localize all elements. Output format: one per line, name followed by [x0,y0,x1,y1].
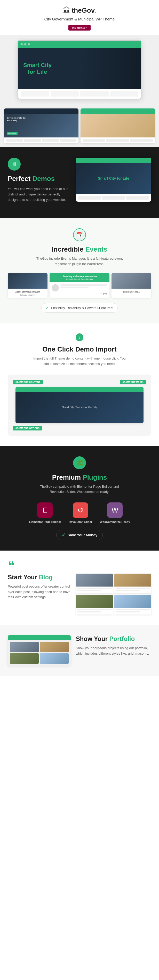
event-info [60,284,107,291]
blog-text-col: Start Your Blog Powerful post options of… [8,574,71,600]
sc-read-more-btn[interactable]: Read More [7,132,17,135]
blog-content-row: Start Your Blog Powerful post options of… [8,574,151,614]
blog-card-4 [114,595,151,614]
events-section: 📅 Incredible Events TheGov include Event… [0,218,159,323]
screenshots-row: Development is Our Basic Step Read More [0,104,159,147]
event-detail-row [52,284,107,291]
elementor-letter: E [43,506,47,514]
portfolio-desc: Show your gorgeous projects using our po… [76,646,151,656]
import-desc: Import the full Theme demo content with … [30,356,129,367]
blog-body-1 [76,587,113,593]
plugin-woocommerce: W WooCommerce Ready [100,503,130,523]
blog-preview-col [76,574,151,614]
import-title: One Click Demo Import [8,345,151,353]
blog-line-4 [116,590,140,591]
screenshot-card-2 [80,108,155,143]
dot2 [24,43,26,45]
event-detail-header: Listening at the Representatives Cultura… [50,273,109,282]
blog-line-1 [77,588,112,589]
elementor-name: Elementor Page Builder [29,520,61,523]
import-preview-screen: Smart City Care about the City [16,387,143,423]
blog-body-2 [114,587,151,593]
logo-name: theGov [72,6,94,14]
portfolio-title: Show Your Portfolio [76,635,151,643]
d-stat3 [126,196,149,200]
screenshot-card-1: Development is Our Basic Step Read More [4,108,79,143]
mockup-content: Smart City for Life [18,48,141,89]
mockup-footer [18,89,141,99]
demos-title-highlight: Demos [32,175,55,183]
event-card-3: Saturday of the... [112,273,151,298]
blog-title: Start Your Blog [8,574,71,581]
pmm-thumb-1 [10,642,39,652]
building-icon: 🏛 [63,6,70,15]
stat4 [110,91,139,97]
dot3 [28,43,30,45]
sc-overlay-text-1: Development is Our Basic Step [7,117,26,122]
sc-stat-7 [130,139,153,142]
blog-img-3 [76,595,113,608]
blog-line-7 [116,609,150,610]
logo-container: 🏛 theGov. [5,6,154,15]
overlay-line1: Development is Our [7,117,26,119]
demos-mockup-bar [76,158,151,163]
blog-line-3 [116,588,150,589]
demos-text-col: 🖥 Perfect Demos You will find what you n… [8,158,71,208]
event-detail-body: 4 going [50,282,109,297]
sc-header-2 [80,108,155,114]
event-meta-1: Saturday, March 15 [10,294,46,296]
elementor-badge: elementor [68,25,90,30]
save-money-badge: ✓ Save Your Money [56,530,103,540]
city-line1: Smart City [23,62,52,68]
import-preview-text: Smart City Care about the City [62,406,97,409]
blog-body-3 [76,608,113,614]
sc-stat-4 [60,139,76,142]
demos-title-plain: Perfect [8,175,30,183]
sc-body-2 [80,114,155,137]
demos-icon: 🖥 [11,161,17,167]
event-card-1: About City Council Event Saturday, March… [8,273,47,298]
event-body-1: About City Council Event Saturday, March… [8,289,47,298]
import-step-3: 03. IMPORT OPTIONS [13,426,42,431]
quote-mark: ❝ [8,561,151,571]
blog-body-4 [114,608,151,614]
events-icon: 📅 [76,232,83,238]
event-title-3: Saturday of the... [113,291,149,293]
info-line-1 [60,284,107,286]
demos-mockup: Smart City for Life [76,158,151,202]
pmm-row-2 [10,653,69,664]
sc-stat-1 [6,139,23,142]
blog-line-2 [77,590,101,591]
city-text: Smart City for Life [18,57,57,81]
premium-title: Premium Plugins [8,473,151,482]
ips-header [16,387,143,391]
pmm-thumb-3 [10,653,39,664]
woocommerce-name: WooCommerce Ready [100,520,130,523]
sc-stat-2 [24,139,41,142]
woocommerce-letter: W [112,506,118,514]
blog-img-1 [76,574,113,587]
portfolio-title-highlight: Portfolio [109,635,135,642]
events-title-highlight: Events [85,245,107,253]
logo-dot: . [94,6,96,14]
header-section: 🏛 theGov. City Government & Municipal WP… [0,0,159,35]
blog-grid [76,574,151,614]
event-detail-title: Listening at the Representatives [52,275,107,278]
sc-footer-1 [4,137,79,143]
elementor-icon: E [37,503,53,518]
stat2 [50,91,79,97]
sc-stat-5 [83,139,105,142]
revolution-name: Revolution Slider [69,520,92,523]
blog-card-1 [76,574,113,593]
blog-desc: Powerful post options offer greater cont… [8,584,71,600]
plugin-elementor: E Elementor Page Builder [29,503,61,523]
demos-mockup-line1: Smart City [98,176,116,180]
dot1 [20,43,23,45]
pmm-thumb-2 [40,642,69,652]
pmm-header [8,635,71,640]
ips-body: Smart City Care about the City [16,391,143,423]
import-step-2: 02. IMPORT MEDIA [120,380,146,384]
event-detail-card: Listening at the Representatives Cultura… [50,273,109,298]
blog-line-6 [77,611,101,612]
laptop-mockup: Smart City for Life [17,40,142,99]
